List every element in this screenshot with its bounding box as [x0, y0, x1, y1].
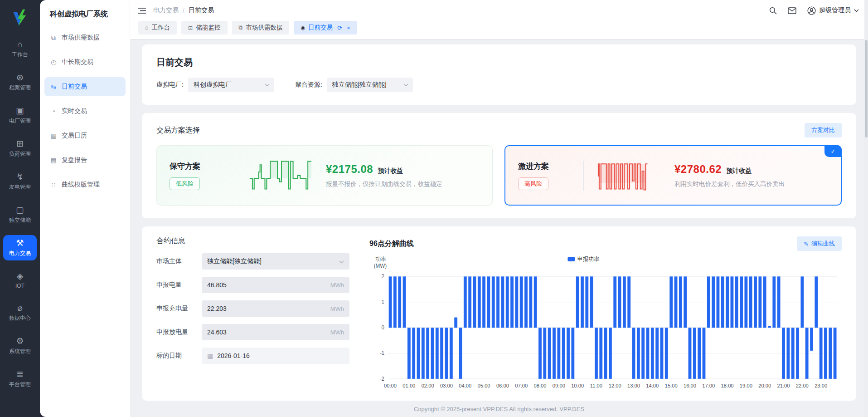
svg-text:14:00: 14:00: [646, 383, 659, 388]
vpp-select-value: 科创虚拟电厂: [194, 81, 232, 89]
contract-form: 合约信息 市场主体 独立储能[独立储能] 申报电量 46.805 MWh: [156, 236, 349, 391]
resource-filter-label: 聚合资源:: [295, 81, 322, 89]
swap-arrows-icon: ⇆: [50, 83, 57, 90]
lightning-logo-icon: [10, 8, 29, 27]
rail-item-iot[interactable]: ◈IOT: [3, 268, 37, 292]
plan-card-conservative[interactable]: 保守方案 低风险 ¥2175.08 预计收益: [156, 145, 493, 206]
chevron-down-icon: [403, 83, 408, 87]
svg-text:功率: 功率: [376, 256, 386, 262]
svg-text:20:00: 20:00: [758, 383, 771, 388]
sidebar-item-label: 中长期交易: [62, 58, 93, 66]
calendar-icon: ▦: [50, 132, 57, 139]
market-entity-select[interactable]: 独立储能[独立储能]: [202, 253, 349, 270]
svg-text:18:00: 18:00: [721, 383, 734, 388]
contract-title: 合约信息: [156, 236, 349, 246]
rail-item-workbench[interactable]: ⌂工作台: [3, 36, 37, 62]
sidebar-item-curve-template[interactable]: ∷曲线模版管理: [44, 175, 126, 194]
rail-items: ⌂工作台 ⊛档案管理 ▣电厂管理 ⊞负荷管理 ↯发电管理 ▢独立储能 ⚒电力交易…: [3, 36, 37, 392]
rail-item-storage[interactable]: ▢独立储能: [3, 202, 37, 227]
rail-item-label: 电厂管理: [9, 117, 31, 125]
sidebar-item-market-data[interactable]: ⧉市场供需数据: [44, 28, 126, 47]
svg-text:申报功率: 申报功率: [577, 256, 600, 262]
field-label: 申报电量: [156, 281, 202, 289]
mail-icon[interactable]: [788, 7, 796, 14]
svg-text:09:00: 09:00: [553, 383, 565, 388]
declared-discharge-input[interactable]: 24.603 MWh: [202, 324, 349, 340]
svg-text:00:00: 00:00: [384, 383, 397, 388]
box-icon: ▢: [16, 206, 24, 214]
page-header-card: 日前交易 虚拟电厂: 科创虚拟电厂 聚合资源: 独立储能[独立储能]: [142, 44, 856, 105]
rail-item-archives[interactable]: ⊛档案管理: [3, 69, 37, 95]
tab-market-data[interactable]: ⧉市场供需数据: [232, 21, 290, 34]
breadcrumb-section[interactable]: 电力交易: [153, 6, 179, 15]
rail-item-generation[interactable]: ↯发电管理: [3, 169, 37, 194]
target-date-value: 2026-01-16: [217, 352, 250, 359]
tab-day-ahead-trading[interactable]: ◉ 日前交易 ⟳ ×: [294, 21, 357, 34]
resource-select[interactable]: 独立储能[独立储能]: [327, 78, 413, 92]
scrollbar-thumb[interactable]: [865, 40, 868, 137]
user-menu[interactable]: 超级管理员: [807, 6, 859, 15]
vertical-scrollbar: [864, 0, 868, 417]
svg-text:19:00: 19:00: [740, 383, 752, 388]
svg-text:17:00: 17:00: [702, 383, 715, 388]
tab-label: 市场供需数据: [246, 24, 282, 32]
sidebar-collapse-icon[interactable]: [138, 7, 146, 14]
rail-item-datacenter[interactable]: ⌀数据中心: [3, 300, 37, 325]
building-icon: ▣: [16, 106, 24, 115]
rail-item-power-trading[interactable]: ⚒电力交易: [3, 235, 37, 260]
section-title: 交易方案选择: [156, 126, 200, 135]
svg-text:05:00: 05:00: [478, 383, 490, 388]
divider: [583, 161, 584, 191]
rail-item-label: 系统管理: [9, 348, 31, 355]
sliders-icon: ≣: [16, 370, 24, 378]
vpp-select[interactable]: 科创虚拟电厂: [188, 78, 274, 92]
handshake-icon: ◴: [50, 59, 57, 66]
svg-text:01:00: 01:00: [402, 383, 415, 388]
avatar-icon: [807, 6, 816, 15]
svg-text:2: 2: [382, 273, 384, 280]
tab-workbench[interactable]: ⌂工作台: [138, 21, 177, 34]
plan-description: 报量不报价，仅按计划曲线交易，收益稳定: [326, 180, 442, 188]
vpp-filter-label: 虚拟电厂:: [156, 81, 184, 89]
tab-refresh-icon[interactable]: ⟳: [337, 25, 342, 31]
field-label: 申报充电量: [156, 304, 202, 313]
field-label: 申报放电量: [156, 328, 202, 336]
breadcrumb: 电力交易 / 日前交易: [153, 6, 214, 15]
unit-label: MWh: [330, 282, 344, 289]
target-date-picker[interactable]: ▦ 2026-01-16: [202, 348, 349, 364]
resource-filter: 聚合资源: 独立储能[独立储能]: [295, 78, 413, 92]
vpp-filter: 虚拟电厂: 科创虚拟电厂: [156, 78, 274, 92]
search-icon[interactable]: [769, 7, 777, 15]
rail-item-platform[interactable]: ≣平台管理: [3, 366, 37, 392]
sidebar-item-mid-long-trading[interactable]: ◴中长期交易: [44, 53, 126, 72]
plan-card-aggressive[interactable]: ✓ 激进方案 高风险 ¥2780.62: [504, 145, 842, 206]
edit-curve-label: 编辑曲线: [811, 240, 835, 248]
field-label: 市场主体: [156, 257, 202, 265]
sidebar-item-day-ahead-trading[interactable]: ⇆日前交易: [44, 77, 126, 96]
svg-text:-1: -1: [380, 350, 385, 356]
tab-close-icon[interactable]: ×: [347, 25, 350, 31]
rail-item-system[interactable]: ⚙系统管理: [3, 333, 37, 358]
svg-text:22:00: 22:00: [796, 383, 809, 388]
compare-plans-button[interactable]: 方案对比: [805, 123, 842, 137]
app-title: 科创虚拟电厂系统: [40, 0, 130, 28]
plan-selection-card: 交易方案选择 方案对比 保守方案 低风险: [142, 113, 856, 218]
expected-revenue-amount: ¥2175.08: [326, 163, 373, 176]
declared-energy-input[interactable]: 46.805 MWh: [202, 277, 349, 293]
rail-item-plant[interactable]: ▣电厂管理: [3, 103, 37, 128]
svg-text:07:00: 07:00: [515, 383, 528, 388]
topbar: 电力交易 / 日前交易 超级管理员: [130, 0, 868, 39]
app-logo: [10, 0, 29, 35]
sidebar-item-review-report[interactable]: ▤复盘报告: [44, 151, 126, 170]
sidebar-item-realtime-trading[interactable]: ◔实时交易: [44, 102, 126, 121]
edit-curve-button[interactable]: ✎ 编辑曲线: [797, 236, 842, 251]
gavel-icon: ⚒: [16, 239, 24, 247]
board-icon: ▤: [50, 157, 57, 164]
tab-storage-monitor[interactable]: ⊡储能监控: [181, 21, 227, 34]
svg-text:06:00: 06:00: [496, 383, 509, 388]
96-point-bar-chart: 210-1-200:0001:0002:0003:0004:0005:0006:…: [369, 254, 842, 391]
cubes-icon: ⊞: [16, 139, 24, 148]
declared-charge-input[interactable]: 22.203 MWh: [202, 300, 349, 317]
rail-item-load[interactable]: ⊞负荷管理: [3, 136, 37, 161]
sidebar-item-trading-calendar[interactable]: ▦交易日历: [44, 126, 126, 145]
